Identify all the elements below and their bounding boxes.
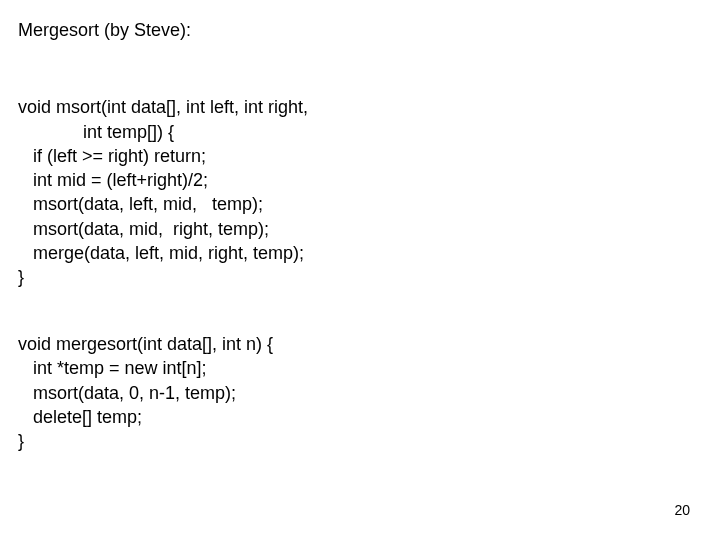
code-line: void mergesort(int data[], int n) { xyxy=(18,334,273,354)
code-line: } xyxy=(18,431,24,451)
slide-title: Mergesort (by Steve): xyxy=(18,20,702,41)
code-line: msort(data, mid, right, temp); xyxy=(18,219,269,239)
code-line: int temp[]) { xyxy=(18,122,174,142)
code-block-mergesort: void mergesort(int data[], int n) { int … xyxy=(18,308,702,454)
code-line: msort(data, left, mid, temp); xyxy=(18,194,263,214)
page-number: 20 xyxy=(674,502,690,518)
code-line: int mid = (left+right)/2; xyxy=(18,170,208,190)
code-line: msort(data, 0, n-1, temp); xyxy=(18,383,236,403)
code-line: merge(data, left, mid, right, temp); xyxy=(18,243,304,263)
code-block-msort: void msort(int data[], int left, int rig… xyxy=(18,71,702,290)
code-line: int *temp = new int[n]; xyxy=(18,358,207,378)
code-line: delete[] temp; xyxy=(18,407,142,427)
code-line: if (left >= right) return; xyxy=(18,146,206,166)
code-line: } xyxy=(18,267,24,287)
code-line: void msort(int data[], int left, int rig… xyxy=(18,97,308,117)
